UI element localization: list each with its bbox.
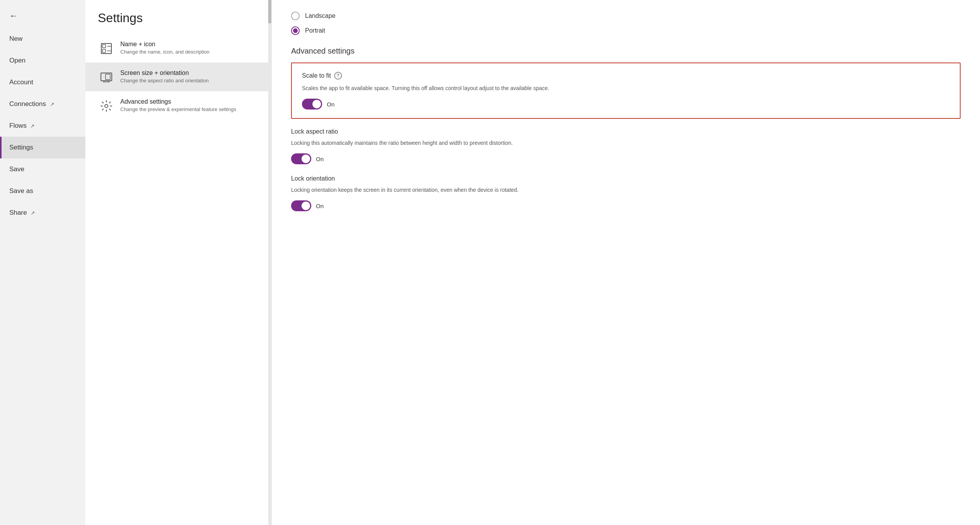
- portrait-label: Portrait: [305, 27, 325, 34]
- sidebar-item-label: New: [9, 35, 23, 43]
- scale-to-fit-state: On: [327, 101, 335, 108]
- sidebar-item-label: Share: [9, 209, 27, 217]
- screen-size-label: Screen size + orientation: [120, 70, 209, 76]
- sidebar: ← New Open Account Connections ↗ Flows ↗…: [0, 0, 85, 525]
- advanced-settings-icon: [99, 99, 113, 113]
- lock-orientation-toggle[interactable]: [291, 200, 311, 211]
- external-link-icon: ↗: [31, 210, 35, 216]
- sidebar-item-label: Flows: [9, 122, 26, 130]
- sidebar-item-connections[interactable]: Connections ↗: [0, 93, 85, 115]
- orientation-radio-group: Landscape Portrait: [291, 12, 961, 35]
- lock-aspect-ratio-desc: Locking this automatically maintains the…: [291, 139, 961, 147]
- advanced-text: Advanced settings Change the preview & e…: [120, 98, 236, 112]
- sidebar-item-label: Open: [9, 57, 26, 64]
- lock-aspect-ratio-toggle-row: On: [291, 153, 961, 164]
- svg-point-10: [105, 104, 108, 108]
- scale-to-fit-toggle[interactable]: [302, 99, 322, 110]
- sidebar-item-label: Save as: [9, 187, 33, 195]
- sidebar-item-label: Connections: [9, 100, 46, 108]
- landscape-radio[interactable]: Landscape: [291, 12, 961, 20]
- settings-content: Landscape Portrait Advanced settings Sca…: [272, 0, 980, 525]
- svg-rect-0: [101, 43, 111, 54]
- scrollbar-track[interactable]: [268, 0, 271, 525]
- screen-size-icon: [99, 70, 113, 84]
- sidebar-item-new[interactable]: New: [0, 28, 85, 50]
- scrollbar-thumb[interactable]: [268, 0, 271, 23]
- scale-to-fit-card: Scale to fit ? Scales the app to fit ava…: [291, 63, 961, 119]
- content-area: Settings Name + icon Change the name, ic…: [85, 0, 980, 525]
- landscape-label: Landscape: [305, 12, 335, 19]
- name-icon-desc: Change the name, icon, and description: [120, 49, 210, 55]
- lock-orientation-label: Lock orientation: [291, 175, 961, 182]
- scale-to-fit-label: Scale to fit: [302, 72, 331, 79]
- advanced-label: Advanced settings: [120, 98, 236, 105]
- back-button[interactable]: ←: [0, 4, 85, 28]
- sidebar-item-share[interactable]: Share ↗: [0, 202, 85, 224]
- lock-orientation-desc: Locking orientation keeps the screen in …: [291, 186, 961, 194]
- settings-title: Settings: [85, 0, 271, 34]
- scale-to-fit-title-row: Scale to fit ?: [302, 72, 950, 80]
- sidebar-item-label: Save: [9, 165, 24, 173]
- sidebar-item-label: Settings: [9, 144, 33, 151]
- screen-size-desc: Change the aspect ratio and orientation: [120, 78, 209, 83]
- settings-list-panel: Settings Name + icon Change the name, ic…: [85, 0, 272, 525]
- name-icon-icon: [99, 42, 113, 56]
- lock-aspect-ratio-label: Lock aspect ratio: [291, 128, 961, 135]
- sidebar-nav: New Open Account Connections ↗ Flows ↗ S…: [0, 28, 85, 525]
- sidebar-item-flows[interactable]: Flows ↗: [0, 115, 85, 137]
- sidebar-item-settings[interactable]: Settings: [0, 137, 85, 158]
- svg-rect-1: [102, 45, 106, 48]
- portrait-radio[interactable]: Portrait: [291, 26, 961, 35]
- settings-nav-name-icon[interactable]: Name + icon Change the name, icon, and d…: [85, 34, 271, 63]
- lock-aspect-ratio-block: Lock aspect ratio Locking this automatic…: [291, 128, 961, 164]
- sidebar-item-save-as[interactable]: Save as: [0, 180, 85, 202]
- advanced-settings-section-title: Advanced settings: [291, 47, 961, 56]
- scale-to-fit-desc: Scales the app to fit available space. T…: [302, 84, 950, 92]
- lock-orientation-toggle-row: On: [291, 200, 961, 211]
- landscape-radio-circle[interactable]: [291, 12, 300, 20]
- svg-rect-9: [106, 74, 110, 80]
- sidebar-item-open[interactable]: Open: [0, 50, 85, 71]
- svg-rect-2: [102, 49, 106, 52]
- name-icon-label: Name + icon: [120, 41, 210, 48]
- lock-aspect-ratio-toggle[interactable]: [291, 153, 311, 164]
- lock-aspect-ratio-state: On: [316, 156, 324, 162]
- sidebar-item-account[interactable]: Account: [0, 71, 85, 93]
- external-link-icon: ↗: [30, 123, 35, 129]
- advanced-desc: Change the preview & experimental featur…: [120, 106, 236, 112]
- settings-nav-screen-size[interactable]: Screen size + orientation Change the asp…: [85, 63, 271, 91]
- sidebar-item-save[interactable]: Save: [0, 158, 85, 180]
- external-link-icon: ↗: [50, 101, 54, 107]
- scale-to-fit-help-icon[interactable]: ?: [334, 72, 342, 80]
- lock-orientation-block: Lock orientation Locking orientation kee…: [291, 175, 961, 211]
- scale-to-fit-toggle-row: On: [302, 99, 950, 110]
- portrait-radio-circle[interactable]: [291, 26, 300, 35]
- name-icon-text: Name + icon Change the name, icon, and d…: [120, 41, 210, 55]
- screen-size-text: Screen size + orientation Change the asp…: [120, 70, 209, 83]
- lock-orientation-state: On: [316, 203, 324, 209]
- sidebar-item-label: Account: [9, 78, 33, 86]
- settings-nav-advanced[interactable]: Advanced settings Change the preview & e…: [85, 91, 271, 120]
